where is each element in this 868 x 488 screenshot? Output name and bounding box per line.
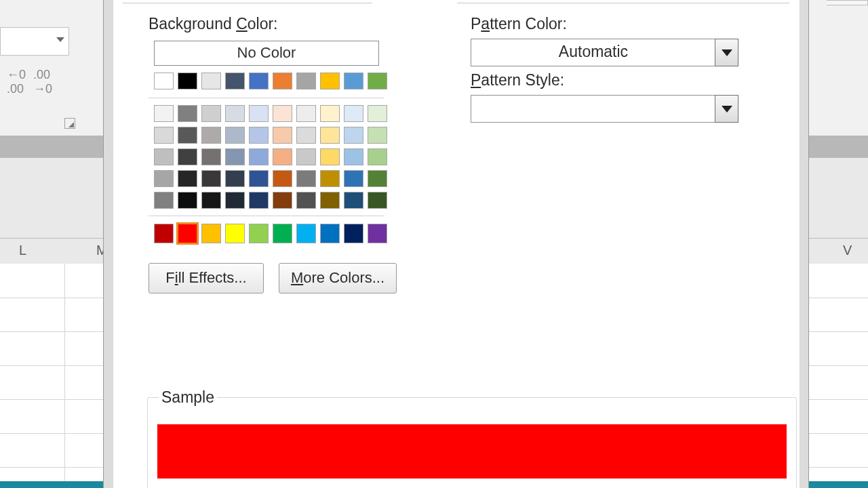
color-swatch[interactable] (225, 73, 245, 89)
sample-fill (157, 424, 787, 479)
color-swatch[interactable] (296, 73, 316, 89)
sample-label: Sample (159, 388, 217, 407)
standard-color-swatch[interactable] (154, 224, 174, 243)
color-swatch[interactable] (178, 170, 197, 187)
color-swatch[interactable] (320, 148, 340, 165)
dialog-launcher-icon (64, 118, 75, 129)
color-swatch[interactable] (296, 192, 316, 209)
color-swatch[interactable] (154, 170, 174, 187)
color-swatch[interactable] (273, 73, 292, 89)
chevron-down-icon (56, 37, 64, 42)
color-swatch[interactable] (249, 192, 269, 209)
column-header-l: L (19, 243, 26, 258)
color-swatch[interactable] (296, 127, 316, 144)
color-swatch[interactable] (178, 105, 197, 122)
standard-color-swatch[interactable] (201, 224, 221, 243)
standard-color-swatch[interactable] (225, 224, 245, 243)
color-swatch[interactable] (154, 105, 174, 122)
color-swatch[interactable] (249, 170, 269, 187)
color-swatch[interactable] (178, 192, 197, 209)
standard-color-swatch[interactable] (320, 224, 340, 243)
color-swatch[interactable] (320, 105, 340, 122)
color-swatch[interactable] (249, 105, 269, 122)
color-swatch[interactable] (320, 73, 340, 89)
color-swatch[interactable] (296, 105, 316, 122)
pattern-color-dropdown-arrow[interactable] (715, 39, 738, 66)
color-swatch[interactable] (344, 127, 363, 144)
standard-color-swatch[interactable] (344, 224, 363, 243)
color-swatch[interactable] (273, 105, 292, 122)
pattern-color-value: Automatic (471, 39, 715, 66)
color-swatch[interactable] (154, 127, 174, 144)
pattern-style-dropdown[interactable] (471, 95, 738, 123)
ribbon-collapse-tab (827, 0, 868, 5)
theme-tint-row-1 (154, 105, 387, 122)
color-swatch[interactable] (368, 105, 387, 122)
color-swatch[interactable] (273, 192, 292, 209)
color-swatch[interactable] (249, 127, 269, 144)
standard-color-swatch[interactable] (178, 224, 197, 243)
color-swatch[interactable] (273, 170, 292, 187)
theme-tint-row-2 (154, 127, 387, 144)
pattern-style-label: Pattern Style: (471, 71, 564, 89)
color-swatch[interactable] (201, 192, 221, 209)
color-swatch[interactable] (368, 192, 387, 209)
theme-tint-row-3 (154, 148, 387, 165)
pattern-style-dropdown-arrow[interactable] (715, 95, 738, 123)
color-swatch[interactable] (296, 170, 316, 187)
color-swatch[interactable] (154, 148, 174, 165)
dialog-left-edge (103, 0, 113, 488)
color-swatch[interactable] (201, 170, 221, 187)
color-swatch[interactable] (225, 127, 245, 144)
tab-divider (123, 3, 372, 3)
theme-color-row-1 (154, 73, 387, 89)
color-swatch[interactable] (273, 148, 292, 165)
color-swatch[interactable] (344, 73, 363, 89)
color-swatch[interactable] (201, 127, 221, 144)
color-swatch[interactable] (225, 170, 245, 187)
color-swatch[interactable] (201, 73, 221, 89)
decrease-decimal-icon: ←0.00 (7, 68, 26, 96)
color-swatch[interactable] (201, 105, 221, 122)
color-swatch[interactable] (178, 148, 197, 165)
standard-color-swatch[interactable] (296, 224, 316, 243)
color-swatch[interactable] (344, 192, 363, 209)
color-swatch[interactable] (368, 73, 387, 89)
decimal-buttons: ←0.00 .00→0 (7, 68, 56, 96)
color-swatch[interactable] (154, 73, 174, 89)
color-swatch[interactable] (344, 105, 363, 122)
pattern-color-dropdown[interactable]: Automatic (471, 39, 738, 66)
more-colors-button[interactable]: More Colors... (279, 263, 397, 293)
color-swatch[interactable] (320, 170, 340, 187)
color-swatch[interactable] (344, 170, 363, 187)
color-swatch[interactable] (225, 148, 245, 165)
color-swatch[interactable] (296, 148, 316, 165)
color-swatch[interactable] (344, 148, 363, 165)
color-swatch[interactable] (249, 73, 269, 89)
color-swatch[interactable] (225, 105, 245, 122)
color-swatch[interactable] (320, 192, 340, 209)
increase-decimal-icon: .00→0 (33, 68, 52, 96)
standard-color-swatch[interactable] (368, 224, 387, 243)
color-swatch[interactable] (178, 73, 197, 89)
color-swatch[interactable] (249, 148, 269, 165)
color-swatch[interactable] (178, 127, 197, 144)
palette-divider-2 (149, 216, 384, 216)
pattern-color-label: Pattern Color: (471, 15, 567, 33)
color-swatch[interactable] (154, 192, 174, 209)
theme-tint-row-4 (154, 170, 387, 187)
ribbon-combobox (0, 27, 69, 56)
format-cells-fill-dialog: Background Color: No Color Fill Effects.… (113, 0, 800, 488)
color-swatch[interactable] (320, 127, 340, 144)
color-swatch[interactable] (368, 127, 387, 144)
color-swatch[interactable] (201, 148, 221, 165)
palette-divider-1 (149, 98, 384, 98)
color-swatch[interactable] (368, 148, 387, 165)
standard-color-swatch[interactable] (273, 224, 292, 243)
fill-effects-button[interactable]: Fill Effects... (149, 263, 264, 293)
color-swatch[interactable] (273, 127, 292, 144)
standard-color-swatch[interactable] (249, 224, 269, 243)
color-swatch[interactable] (368, 170, 387, 187)
color-swatch[interactable] (225, 192, 245, 209)
no-color-button[interactable]: No Color (154, 41, 379, 66)
